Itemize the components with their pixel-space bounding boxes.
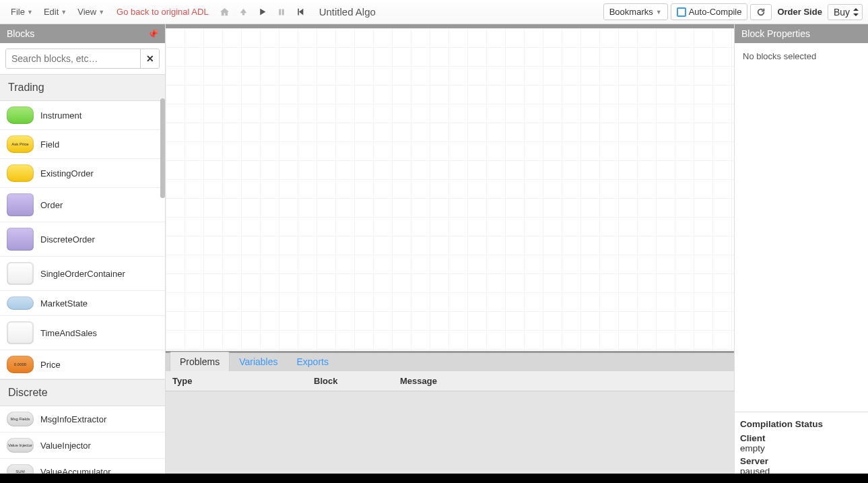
block-icon: Ask Price	[7, 135, 34, 153]
algo-title-input[interactable]	[314, 3, 603, 20]
properties-body: No blocks selected	[735, 43, 868, 412]
up-arrow-icon[interactable]	[234, 3, 253, 22]
tab-exports[interactable]: Exports	[287, 352, 337, 371]
checkbox-icon	[677, 7, 686, 17]
main-area: Blocks 📌 ✕ TradingInstrumentAsk PriceFie…	[0, 24, 868, 483]
compile-heading: Compilation Status	[740, 419, 863, 429]
block-icon	[7, 164, 34, 182]
block-icon	[7, 228, 34, 251]
block-item[interactable]: Value InjectorValueInjector	[0, 432, 165, 459]
compile-client-value: empty	[740, 443, 863, 453]
block-label: ExistingOrder	[40, 168, 94, 179]
block-icon	[7, 321, 34, 344]
clear-search-button[interactable]: ✕	[140, 49, 159, 68]
tab-problems[interactable]: Problems	[170, 352, 230, 371]
block-icon	[7, 106, 34, 124]
tab-variables[interactable]: Variables	[230, 352, 287, 371]
block-item[interactable]: DiscreteOrder	[0, 222, 165, 257]
block-icon: Value Injector	[7, 438, 34, 453]
blocks-list[interactable]: TradingInstrumentAsk PriceFieldExistingO…	[0, 74, 165, 483]
block-label: MarketState	[40, 298, 88, 309]
pause-icon[interactable]	[272, 3, 291, 22]
block-label: TimeAndSales	[40, 328, 97, 338]
compilation-status: Compilation Status Client empty Server p…	[735, 412, 868, 483]
block-icon	[7, 296, 34, 310]
block-label: MsgInfoExtractor	[40, 414, 106, 424]
canvas[interactable]	[166, 24, 734, 351]
bottom-tabs: Problems Variables Exports	[166, 351, 734, 371]
block-item[interactable]: MarketState	[0, 291, 165, 316]
step-back-icon[interactable]	[291, 3, 310, 22]
block-item[interactable]: Ask PriceField	[0, 130, 165, 159]
block-label: ValueInjector	[40, 441, 91, 451]
column-type: Type	[166, 371, 307, 391]
block-label: Instrument	[40, 110, 81, 121]
problems-table: Type Block Message	[166, 371, 734, 483]
properties-header: Block Properties	[735, 24, 868, 43]
top-toolbar: File ▼ Edit ▼ View ▼ Go back to original…	[0, 0, 868, 24]
block-label: Price	[40, 360, 61, 370]
menu-edit[interactable]: Edit ▼	[38, 4, 72, 20]
menu-edit-label: Edit	[44, 7, 59, 17]
refresh-icon	[756, 7, 766, 17]
caret-down-icon: ▼	[27, 9, 33, 15]
column-block: Block	[307, 371, 393, 391]
search-input[interactable]	[6, 49, 140, 68]
block-item[interactable]: Instrument	[0, 101, 165, 130]
play-icon[interactable]	[253, 3, 272, 22]
block-icon	[7, 193, 34, 216]
center-panel: Problems Variables Exports Type Block Me…	[166, 24, 734, 483]
column-message: Message	[393, 371, 734, 391]
block-label: Field	[40, 139, 59, 150]
caret-down-icon: ▼	[61, 9, 67, 15]
block-label: SingleOrderContainer	[40, 269, 125, 279]
block-item[interactable]: Msg FieldsMsgInfoExtractor	[0, 406, 165, 432]
home-icon[interactable]	[215, 3, 234, 22]
menu-view[interactable]: View ▼	[72, 4, 110, 20]
blocks-panel-header: Blocks 📌	[0, 24, 165, 43]
menu-file-label: File	[11, 7, 25, 17]
order-side-value: Buy	[834, 7, 850, 18]
block-icon	[7, 262, 34, 285]
auto-compile-label: Auto-Compile	[689, 7, 742, 17]
go-back-adl-link[interactable]: Go back to original ADL	[110, 4, 215, 20]
bookmarks-label: Bookmarks	[609, 7, 653, 17]
block-item[interactable]: 0.0000Price	[0, 350, 165, 379]
bottom-bar	[0, 474, 868, 483]
block-item[interactable]: Order	[0, 188, 165, 222]
scrollbar-thumb[interactable]	[160, 98, 165, 198]
block-label: DiscreteOrder	[40, 234, 95, 245]
block-item[interactable]: TimeAndSales	[0, 316, 165, 350]
properties-empty-text: No blocks selected	[743, 51, 816, 61]
block-item[interactable]: ExistingOrder	[0, 159, 165, 188]
pin-icon[interactable]: 📌	[147, 29, 158, 39]
menu-file[interactable]: File ▼	[5, 4, 38, 20]
refresh-button[interactable]	[750, 4, 772, 20]
blocks-panel: Blocks 📌 ✕ TradingInstrumentAsk PriceFie…	[0, 24, 166, 483]
compile-client-label: Client	[740, 433, 863, 443]
menu-view-label: View	[77, 7, 96, 17]
order-side-select[interactable]: Buy	[828, 4, 863, 20]
properties-panel: Block Properties No blocks selected Comp…	[734, 24, 868, 483]
caret-down-icon: ▼	[656, 9, 662, 15]
auto-compile-toggle[interactable]: Auto-Compile	[671, 3, 748, 20]
block-item[interactable]: SingleOrderContainer	[0, 257, 165, 291]
caret-down-icon: ▼	[98, 9, 104, 15]
section-header[interactable]: Discrete	[0, 379, 165, 406]
section-header[interactable]: Trading	[0, 74, 165, 101]
bookmarks-button[interactable]: Bookmarks ▼	[603, 3, 668, 20]
properties-header-label: Block Properties	[741, 28, 810, 39]
order-side-label: Order Side	[774, 7, 824, 17]
block-label: Order	[40, 200, 63, 210]
block-icon: 0.0000	[7, 356, 34, 373]
block-icon: Msg Fields	[7, 412, 34, 426]
blocks-header-label: Blocks	[7, 28, 34, 39]
compile-server-label: Server	[740, 456, 863, 466]
